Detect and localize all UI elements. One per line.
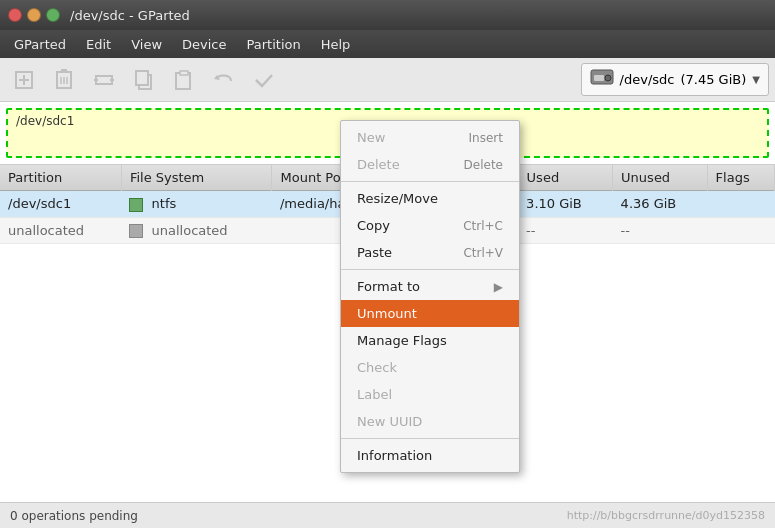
device-size: (7.45 GiB) bbox=[680, 72, 746, 87]
ctx-separator bbox=[341, 438, 519, 439]
svg-rect-8 bbox=[96, 76, 112, 84]
cell-partition: unallocated bbox=[0, 217, 121, 244]
window-title: /dev/sdc - GParted bbox=[70, 8, 190, 23]
ctx-item-new: NewInsert bbox=[341, 124, 519, 151]
ctx-item-check: Check bbox=[341, 354, 519, 381]
cell-flags bbox=[707, 191, 774, 218]
cell-flags bbox=[707, 217, 774, 244]
menu-help[interactable]: Help bbox=[311, 34, 361, 55]
window-controls[interactable] bbox=[8, 8, 60, 22]
filesystem-color-icon bbox=[129, 224, 143, 238]
ctx-item-label: Label bbox=[341, 381, 519, 408]
ctx-label: Unmount bbox=[357, 306, 417, 321]
ctx-shortcut: Insert bbox=[469, 131, 503, 145]
svg-rect-19 bbox=[594, 75, 604, 81]
ctx-label: Paste bbox=[357, 245, 392, 260]
ctx-item-copy[interactable]: CopyCtrl+C bbox=[341, 212, 519, 239]
cell-unused: -- bbox=[613, 217, 708, 244]
ctx-separator bbox=[341, 269, 519, 270]
ctx-label: Resize/Move bbox=[357, 191, 438, 206]
menubar: GParted Edit View Device Partition Help bbox=[0, 30, 775, 58]
svg-point-20 bbox=[605, 75, 611, 81]
operations-status: 0 operations pending bbox=[10, 509, 138, 523]
ctx-label: Copy bbox=[357, 218, 390, 233]
statusbar-url: http://b/bbgcrsdrrunne/d0yd152358 bbox=[567, 509, 765, 522]
svg-rect-16 bbox=[180, 71, 188, 75]
close-button[interactable] bbox=[8, 8, 22, 22]
ctx-item-resize/move[interactable]: Resize/Move bbox=[341, 185, 519, 212]
ctx-item-delete: DeleteDelete bbox=[341, 151, 519, 178]
toolbar: /dev/sdc (7.45 GiB) ▼ bbox=[0, 58, 775, 102]
col-flags: Flags bbox=[707, 165, 774, 191]
cell-filesystem: ntfs bbox=[121, 191, 272, 218]
ctx-shortcut: Ctrl+V bbox=[463, 246, 503, 260]
ctx-shortcut: Delete bbox=[464, 158, 503, 172]
new-partition-button[interactable] bbox=[6, 62, 42, 98]
col-unused: Unused bbox=[613, 165, 708, 191]
ctx-shortcut: ▶ bbox=[494, 280, 503, 294]
col-filesystem: File System bbox=[121, 165, 272, 191]
ctx-item-paste[interactable]: PasteCtrl+V bbox=[341, 239, 519, 266]
col-partition: Partition bbox=[0, 165, 121, 191]
ctx-shortcut: Ctrl+C bbox=[463, 219, 503, 233]
cell-filesystem: unallocated bbox=[121, 217, 272, 244]
paste-button[interactable] bbox=[166, 62, 202, 98]
maximize-button[interactable] bbox=[46, 8, 60, 22]
statusbar: 0 operations pending http://b/bbgcrsdrru… bbox=[0, 502, 775, 528]
cell-used: -- bbox=[518, 217, 613, 244]
cell-unused: 4.36 GiB bbox=[613, 191, 708, 218]
col-used: Used bbox=[518, 165, 613, 191]
ctx-label: New UUID bbox=[357, 414, 422, 429]
ctx-item-unmount[interactable]: Unmount bbox=[341, 300, 519, 327]
cell-partition: /dev/sdc1 bbox=[0, 191, 121, 218]
ctx-label: New bbox=[357, 130, 385, 145]
copy-button[interactable] bbox=[126, 62, 162, 98]
device-selector[interactable]: /dev/sdc (7.45 GiB) ▼ bbox=[581, 63, 769, 96]
cell-used: 3.10 GiB bbox=[518, 191, 613, 218]
ctx-separator bbox=[341, 181, 519, 182]
titlebar: /dev/sdc - GParted bbox=[0, 0, 775, 30]
apply-button[interactable] bbox=[246, 62, 282, 98]
minimize-button[interactable] bbox=[27, 8, 41, 22]
svg-rect-14 bbox=[136, 71, 148, 85]
ctx-label: Information bbox=[357, 448, 432, 463]
context-menu: NewInsertDeleteDeleteResize/MoveCopyCtrl… bbox=[340, 120, 520, 473]
ctx-item-information[interactable]: Information bbox=[341, 442, 519, 469]
menu-gparted[interactable]: GParted bbox=[4, 34, 76, 55]
menu-device[interactable]: Device bbox=[172, 34, 236, 55]
menu-partition[interactable]: Partition bbox=[237, 34, 311, 55]
ctx-label: Delete bbox=[357, 157, 400, 172]
device-label: /dev/sdc bbox=[620, 72, 675, 87]
ctx-item-manage-flags[interactable]: Manage Flags bbox=[341, 327, 519, 354]
ctx-label: Manage Flags bbox=[357, 333, 447, 348]
device-dropdown-icon[interactable]: ▼ bbox=[752, 74, 760, 85]
menu-edit[interactable]: Edit bbox=[76, 34, 121, 55]
disk-icon bbox=[590, 67, 614, 92]
filesystem-color-icon bbox=[129, 198, 143, 212]
ctx-label: Format to bbox=[357, 279, 420, 294]
partition-bar-label: /dev/sdc1 bbox=[16, 114, 74, 128]
ctx-label: Check bbox=[357, 360, 397, 375]
ctx-item-new-uuid: New UUID bbox=[341, 408, 519, 435]
delete-partition-button[interactable] bbox=[46, 62, 82, 98]
ctx-item-format-to[interactable]: Format to▶ bbox=[341, 273, 519, 300]
menu-view[interactable]: View bbox=[121, 34, 172, 55]
resize-button[interactable] bbox=[86, 62, 122, 98]
ctx-label: Label bbox=[357, 387, 392, 402]
undo-button[interactable] bbox=[206, 62, 242, 98]
